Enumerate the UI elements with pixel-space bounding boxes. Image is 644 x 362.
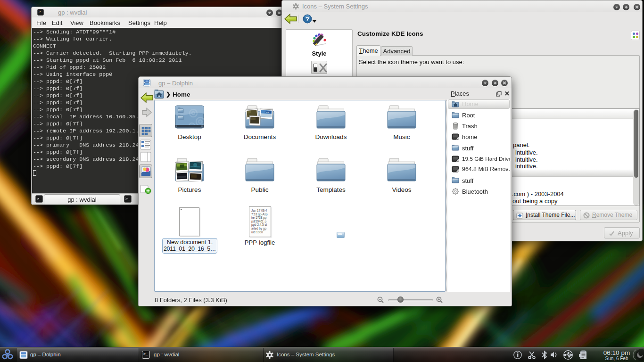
svg-text:≋⊞: ≋⊞ xyxy=(266,111,269,114)
svg-text:?: ? xyxy=(305,16,309,23)
